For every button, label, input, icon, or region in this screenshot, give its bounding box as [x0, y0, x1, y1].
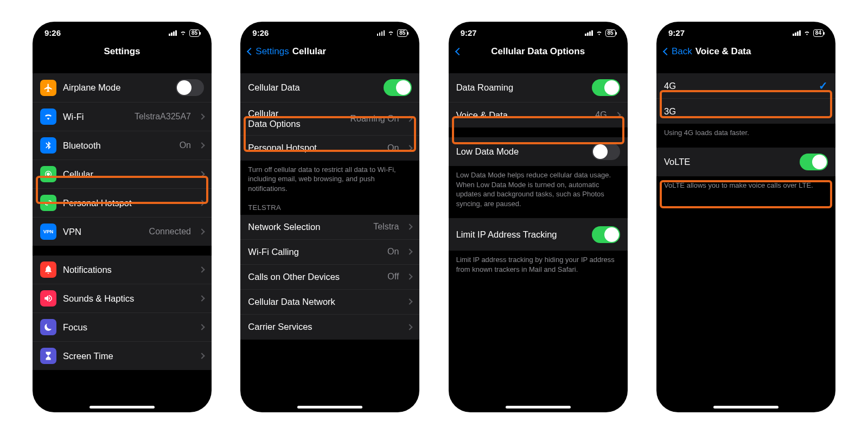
page-title: Voice & Data: [695, 46, 751, 57]
footer-volte: VoLTE allows you to make voice calls ove…: [656, 176, 835, 190]
chevron-right-icon: [199, 113, 205, 119]
back-button[interactable]: Back: [664, 46, 692, 57]
row-label: Wi-Fi: [63, 112, 128, 122]
page-title: Cellular Data Options: [449, 46, 628, 57]
row-label: 3G: [664, 106, 828, 117]
wifi-icon: [803, 30, 811, 36]
row-limit-ip-tracking[interactable]: Limit IP Address Tracking: [449, 218, 628, 251]
row-label: Focus: [63, 322, 191, 333]
footer-4g: Using 4G loads data faster.: [656, 124, 835, 138]
status-icons: 84: [793, 29, 824, 37]
status-bar: 9:27 84: [656, 22, 835, 40]
row-detail: On: [387, 247, 399, 257]
nav-bar: Back Voice & Data: [656, 40, 835, 63]
row-label: Low Data Mode: [456, 146, 585, 157]
row-detail: Off: [387, 272, 399, 282]
row-screen-time[interactable]: Screen Time: [33, 342, 212, 370]
airplane-toggle[interactable]: [176, 79, 204, 96]
checkmark-icon: ✓: [819, 79, 828, 92]
chevron-left-icon: [455, 48, 463, 55]
status-bar: 9:26 85: [240, 22, 419, 40]
chevron-right-icon: [199, 266, 205, 272]
row-label: Cellular: [63, 169, 191, 180]
row-cellular-data-options[interactable]: Cellular Data Options Roaming On: [240, 103, 419, 136]
chevron-right-icon: [407, 273, 413, 279]
row-label: Personal Hotspot: [248, 143, 381, 153]
voice-data-list: 4G ✓ 3G Using 4G loads data faster. VoLT…: [656, 63, 835, 412]
row-4g[interactable]: 4G ✓: [656, 73, 835, 99]
battery-icon: 84: [813, 29, 824, 37]
row-wifi-calling[interactable]: Wi-Fi Calling On: [240, 240, 419, 265]
low-data-toggle[interactable]: [592, 143, 620, 160]
row-label: 4G: [664, 81, 812, 91]
row-detail: On: [180, 141, 191, 150]
row-detail: TelstraA325A7: [135, 112, 191, 122]
nav-bar: Cellular Data Options: [449, 40, 628, 63]
battery-icon: 85: [605, 29, 616, 37]
chevron-right-icon: [407, 324, 413, 330]
row-sounds-haptics[interactable]: Sounds & Haptics: [33, 284, 212, 313]
status-icons: 85: [169, 29, 200, 37]
home-indicator[interactable]: [90, 406, 155, 409]
row-bluetooth[interactable]: Bluetooth On: [33, 131, 212, 160]
row-detail: 4G: [595, 110, 607, 120]
row-data-roaming[interactable]: Data Roaming: [449, 73, 628, 103]
chevron-right-icon: [199, 295, 205, 301]
chevron-right-icon: [199, 142, 205, 148]
row-network-selection[interactable]: Network Selection Telstra: [240, 215, 419, 240]
row-vpn[interactable]: VPN VPN Connected: [33, 218, 212, 246]
row-detail: On: [387, 143, 399, 153]
status-time: 9:27: [668, 28, 685, 37]
settings-list: Airplane Mode Wi-Fi TelstraA325A7 Blueto…: [33, 63, 212, 412]
screen-cellular: 9:26 85 Settings Cellular Cellular Data …: [240, 22, 419, 412]
row-detail: Connected: [149, 227, 191, 237]
status-bar: 9:27 85: [449, 22, 628, 40]
row-notifications[interactable]: Notifications: [33, 256, 212, 284]
home-indicator[interactable]: [506, 406, 571, 409]
row-cellular-data-network[interactable]: Cellular Data Network: [240, 290, 419, 315]
row-detail: Roaming On: [350, 114, 399, 124]
row-voice-and-data[interactable]: Voice & Data 4G: [449, 103, 628, 127]
status-time: 9:26: [252, 28, 269, 37]
volte-toggle[interactable]: [800, 154, 828, 170]
row-label: Screen Time: [63, 351, 191, 361]
chevron-right-icon: [199, 353, 205, 359]
row-label: Airplane Mode: [63, 82, 169, 93]
limit-ip-toggle[interactable]: [592, 226, 620, 243]
row-cellular[interactable]: Cellular: [33, 160, 212, 189]
airplane-icon: [40, 80, 56, 96]
battery-icon: 85: [189, 29, 200, 37]
chevron-right-icon: [199, 324, 205, 330]
wifi-icon: [387, 30, 395, 36]
row-label: VoLTE: [664, 157, 793, 167]
row-focus[interactable]: Focus: [33, 313, 212, 342]
cellular-signal-icon: [585, 30, 593, 36]
home-indicator[interactable]: [297, 406, 362, 409]
home-indicator[interactable]: [713, 406, 778, 409]
row-label: VPN: [63, 227, 143, 237]
row-airplane-mode[interactable]: Airplane Mode: [33, 73, 212, 103]
row-detail: Telstra: [373, 222, 399, 232]
row-label: Cellular Data Network: [248, 297, 399, 307]
cellular-signal-icon: [169, 30, 177, 36]
row-personal-hotspot[interactable]: Personal Hotspot On: [240, 136, 419, 161]
chevron-right-icon: [199, 171, 205, 177]
cellular-data-toggle[interactable]: [384, 79, 412, 96]
cellular-icon: [40, 166, 56, 182]
row-personal-hotspot[interactable]: Personal Hotspot: [33, 189, 212, 218]
row-3g[interactable]: 3G: [656, 99, 835, 124]
row-low-data-mode[interactable]: Low Data Mode: [449, 137, 628, 166]
row-cellular-data[interactable]: Cellular Data: [240, 73, 419, 103]
data-roaming-toggle[interactable]: [592, 79, 620, 96]
row-label: Voice & Data: [456, 110, 589, 120]
row-wifi[interactable]: Wi-Fi TelstraA325A7: [33, 103, 212, 131]
footer-limit-ip: Limit IP address tracking by hiding your…: [449, 251, 628, 274]
row-label: Wi-Fi Calling: [248, 247, 381, 257]
back-button[interactable]: [456, 49, 463, 54]
row-carrier-services[interactable]: Carrier Services: [240, 315, 419, 340]
row-volte[interactable]: VoLTE: [656, 148, 835, 176]
back-button[interactable]: Settings: [248, 46, 289, 57]
chevron-right-icon: [407, 224, 413, 229]
footer-low-data: Low Data Mode helps reduce cellular data…: [449, 166, 628, 208]
row-calls-other-devices[interactable]: Calls on Other Devices Off: [240, 265, 419, 290]
